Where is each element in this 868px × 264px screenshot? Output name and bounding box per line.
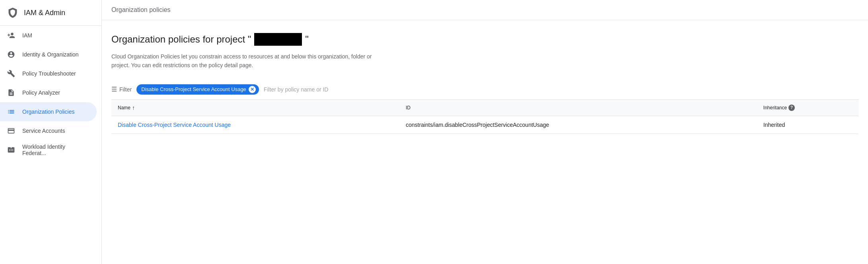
main-body: Organization policies for project " " Cl… [102, 20, 868, 264]
sidebar: IAM & Admin IAM Identity & Organization … [0, 0, 102, 264]
redacted-project-name [254, 33, 302, 46]
filter-placeholder: Filter by policy name or ID [264, 86, 329, 93]
list-icon [6, 107, 16, 116]
sidebar-item-iam[interactable]: IAM [0, 26, 97, 45]
sidebar-item-analyzer-label: Policy Analyzer [22, 89, 60, 96]
col-header-inheritance: Inheritance ? [757, 100, 858, 116]
col-header-id: ID [399, 100, 757, 116]
sidebar-item-org-policies[interactable]: Organization Policies [0, 102, 97, 121]
page-title-text: Organization policies for project " [111, 34, 251, 45]
main-content: Organization policies Organization polic… [102, 0, 868, 264]
table-header-row: Name ↑ ID Inheritance ? [111, 100, 858, 116]
row-inheritance-cell: Inherited [757, 116, 858, 134]
row-name-cell: Disable Cross-Project Service Account Us… [111, 116, 399, 134]
policy-name-link[interactable]: Disable Cross-Project Service Account Us… [118, 122, 231, 128]
sidebar-item-workload-label: Workload Identity Federat... [22, 144, 90, 156]
filter-chip-close-button[interactable]: ✕ [249, 86, 256, 93]
iam-admin-icon [6, 6, 19, 19]
row-id-cell: constraints/iam.disableCrossProjectServi… [399, 116, 757, 134]
page-description: Cloud Organization Policies let you cons… [111, 52, 390, 70]
sidebar-header: IAM & Admin [0, 0, 101, 26]
filter-label: ☰ Filter [111, 85, 132, 93]
sidebar-item-troubleshooter-label: Policy Troubleshooter [22, 70, 76, 77]
main-header: Organization policies [102, 0, 868, 20]
main-header-title: Organization policies [111, 6, 171, 13]
filter-bar: ☰ Filter Disable Cross-Project Service A… [111, 80, 858, 100]
page-title: Organization policies for project " " [111, 33, 858, 46]
policies-table: Name ↑ ID Inheritance ? [111, 100, 858, 134]
page-title-suffix: " [305, 34, 309, 45]
sidebar-item-identity-label: Identity & Organization [22, 51, 79, 58]
filter-icon: ☰ [111, 85, 117, 93]
filter-chip[interactable]: Disable Cross-Project Service Account Us… [136, 84, 259, 95]
id-card-icon [6, 126, 16, 136]
sort-arrow-icon[interactable]: ↑ [132, 105, 135, 111]
col-header-name: Name ↑ [111, 100, 399, 116]
inheritance-help-icon[interactable]: ? [788, 105, 795, 111]
sidebar-item-iam-label: IAM [22, 32, 32, 39]
sidebar-item-policy-analyzer[interactable]: Policy Analyzer [0, 83, 97, 102]
sidebar-item-policy-troubleshooter[interactable]: Policy Troubleshooter [0, 64, 97, 83]
table-row: Disable Cross-Project Service Account Us… [111, 116, 858, 134]
document-search-icon [6, 88, 16, 97]
sidebar-item-service-accounts[interactable]: Service Accounts [0, 121, 97, 140]
id-badge-icon [6, 145, 16, 155]
sidebar-item-identity-org[interactable]: Identity & Organization [0, 45, 97, 64]
sidebar-item-org-policies-label: Organization Policies [22, 109, 75, 115]
person-add-icon [6, 31, 16, 40]
sidebar-item-workload-identity[interactable]: Workload Identity Federat... [0, 140, 97, 159]
sidebar-item-service-accounts-label: Service Accounts [22, 128, 65, 134]
wrench-icon [6, 69, 16, 78]
app-title: IAM & Admin [24, 9, 65, 17]
person-circle-icon [6, 50, 16, 59]
filter-text: Filter [119, 86, 132, 93]
filter-chip-text: Disable Cross-Project Service Account Us… [141, 86, 246, 92]
